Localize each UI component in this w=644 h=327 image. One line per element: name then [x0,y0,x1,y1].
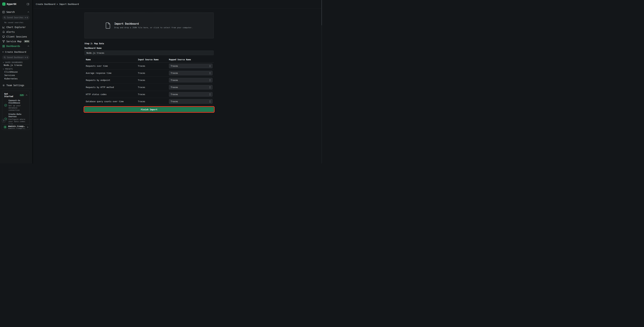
bell-icon [2,31,5,33]
no-saved-searches-text: No saved searches [4,22,32,24]
dropzone-text: Import Dashboard Drag and drop a JSON fi… [114,22,193,29]
saved-dashboards-input[interactable]: Saved Dashboards ⌘ K [2,55,30,60]
sidebar-dashboard-nodejs-traces[interactable]: Node.js traces [0,64,32,67]
selected-value: Traces [171,86,178,88]
saved-searches-input[interactable]: Saved Searches ⌘ K [2,15,30,20]
scrollbar-thumb[interactable] [321,0,322,25]
breadcrumb-create-dashboard[interactable]: Create Dashboard [36,3,56,6]
mapped-source-select[interactable]: Traces [169,64,212,68]
chevron-right-icon [27,126,28,128]
saved-dashboards-group-header[interactable]: SAVED DASHBOARDS [3,61,29,64]
dashboards-grid-icon [2,45,5,48]
input-source-cell: Traces [136,84,168,91]
col-header-mapped-source: Mapped Source Name [168,58,214,62]
progress-badge: 3/3 [19,94,24,96]
dashboard-name-input[interactable] [84,50,214,55]
collapse-sidebar-icon[interactable] [27,3,29,6]
get-started-step[interactable]: Connect to ClickHouse Set up your databa… [4,99,27,111]
beta-badge: BETA [24,40,30,42]
sidebar-item-team-settings[interactable]: Team Settings [0,83,32,88]
chevron-up-icon [28,12,29,12]
sidebar-item-label: Dashboards [6,45,20,48]
step2-title: Step 2: Map Data [84,42,214,45]
dropzone-subtitle: Drag and drop a JSON file here, or click… [114,26,193,29]
chevron-up-icon [28,46,29,46]
gear-icon [2,84,5,87]
search-panel-icon [2,11,5,13]
breadcrumb: Create Dashboard > Import Dashboard [33,0,322,8]
brand-name: HyperDX [7,3,16,6]
selected-value: Traces [171,72,178,74]
brand[interactable]: HyperDX [2,2,16,6]
table-row: Requests by HTTP method Traces Traces [84,84,214,91]
breadcrumb-separator: > [57,3,58,6]
page-scrollbar[interactable] [321,0,322,164]
mapped-source-select[interactable]: Traces [169,92,212,96]
col-header-name: Name [84,58,136,62]
shortcut-badge: ⌘ K [25,17,28,18]
chart-name-cell: Average response time [84,70,136,77]
import-page: Import Dashboard Drag and drop a JSON fi… [33,8,322,164]
avatar: D [4,125,7,129]
sidebar-scrollbar-gutter[interactable] [32,0,33,164]
select-chevrons-icon [209,93,211,96]
group-label-text: SAVED DASHBOARDS [5,62,23,63]
sidebar-item-dashboards[interactable]: Dashboards [0,44,32,48]
sidebar-preset-services[interactable]: Services [0,74,32,77]
main-area: Create Dashboard > Import Dashboard Impo… [33,0,322,164]
app-window: HyperDX Search Saved Searches ⌘ K No sav… [0,0,322,164]
monitor-icon [2,36,5,38]
mapped-source-select[interactable]: Traces [169,78,212,82]
select-chevrons-icon [209,86,211,88]
search-section-header[interactable]: Search [0,9,32,15]
sidebar-preset-kubernetes[interactable]: Kubernetes [0,77,32,80]
dropzone-title: Import Dashboard [114,22,193,25]
sidebar-item-label: Team Settings [6,84,24,87]
create-dashboard-button[interactable]: + Create Dashboard [0,49,32,55]
select-chevrons-icon [209,100,211,103]
sidebar-item-client-sessions[interactable]: Client Sessions [0,34,32,39]
sidebar-item-service-map[interactable]: Service Map BETA [0,39,32,44]
search-icon [4,16,6,18]
sidebar-preset-clickhouse[interactable]: ClickHouse [0,70,32,74]
create-dashboard-label: + Create Dashboard [2,51,26,53]
mapped-source-select[interactable]: Traces [169,71,212,75]
group-label-text: PRESETS [5,68,13,70]
search-section-label: Search [6,11,15,13]
service-map-icon [2,40,5,43]
mapped-source-select[interactable]: Traces [169,99,212,104]
step-desc: Set up your database connection [8,104,27,111]
select-chevrons-icon [209,65,211,67]
step-desc: Configure where your data comes from [8,118,27,125]
selected-value: Traces [171,79,178,82]
table-row: Average response time Traces Traces [84,70,214,77]
breadcrumb-import-dashboard: Import Dashboard [59,3,79,6]
presets-group-header[interactable]: PRESETS [3,68,29,70]
sidebar-item-label: Alerts [6,30,15,33]
finish-import-button[interactable]: Finish Import [84,107,214,112]
get-started-title: Get Started [4,92,18,98]
select-chevrons-icon [209,72,211,74]
get-started-header[interactable]: Get Started 3/3 [4,92,27,98]
sidebar: HyperDX Search Saved Searches ⌘ K No sav… [0,0,32,164]
mapped-source-select[interactable]: Traces [169,85,212,90]
divider [0,88,32,88]
user-texts: dominic.tran@c… dominic.tran@cli… [8,125,26,129]
search-icon [4,56,6,58]
table-row: Requests by endpoint Traces Traces [84,77,214,84]
input-source-cell: Traces [136,98,168,105]
chevron-down-icon [3,68,4,70]
step-title: Connect to ClickHouse [8,99,27,104]
input-source-cell: Traces [136,70,168,77]
sidebar-item-chart-explorer[interactable]: Chart Explorer [0,25,32,30]
import-dropzone[interactable]: Import Dashboard Drag and drop a JSON fi… [84,12,214,38]
dashboard-name-label: Dashboard Name [84,47,214,49]
chart-name-cell: Database query counts over time [84,98,136,105]
sidebar-item-alerts[interactable]: Alerts [0,30,32,34]
help-button[interactable]: ? [2,119,6,123]
chart-name-cell: Requests by endpoint [84,77,136,84]
sidebar-header: HyperDX [0,0,32,8]
get-started-step[interactable]: Create Data Sources Configure where your… [4,113,27,125]
user-menu[interactable]: D dominic.tran@c… dominic.tran@cli… [2,124,30,130]
table-row: HTTP status codes Traces Traces [84,91,214,98]
